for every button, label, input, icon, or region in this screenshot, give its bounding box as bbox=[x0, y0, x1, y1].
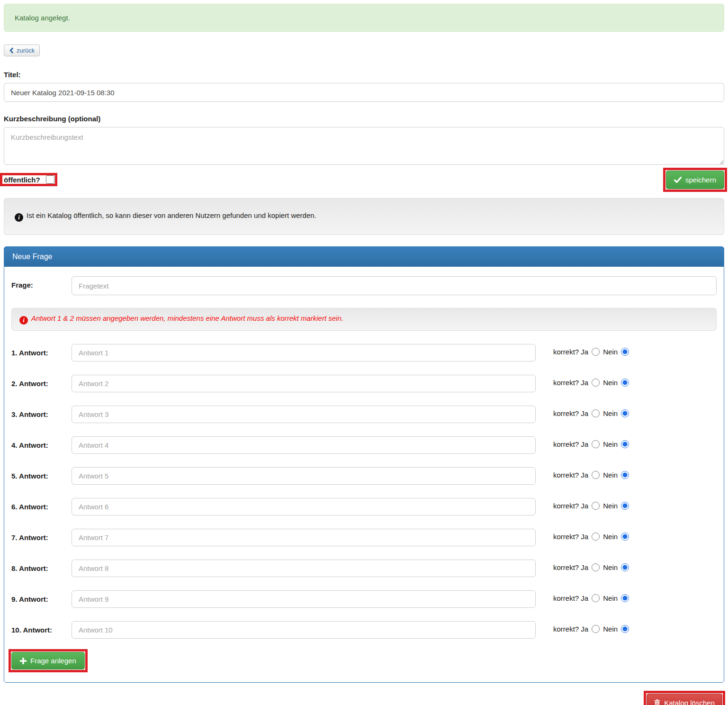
description-textarea[interactable] bbox=[4, 127, 724, 165]
answer-input-8[interactable] bbox=[72, 560, 536, 577]
info-circle-icon: i bbox=[15, 213, 23, 222]
save-button-label: speichern bbox=[685, 176, 716, 183]
answer-label: 6. Antwort: bbox=[11, 498, 72, 512]
answer-input-7[interactable] bbox=[72, 529, 536, 546]
public-checkbox[interactable] bbox=[46, 175, 54, 184]
correct-yes-radio-5[interactable] bbox=[592, 471, 600, 479]
correct-no-label: Nein bbox=[603, 440, 618, 448]
answer-row: 9. Antwort:korrekt? JaNein bbox=[11, 590, 717, 608]
correct-yes-label: korrekt? Ja bbox=[553, 502, 588, 510]
answer-label: 2. Antwort: bbox=[11, 375, 72, 389]
answer-input-5[interactable] bbox=[72, 467, 536, 485]
correct-no-radio-7[interactable] bbox=[621, 533, 629, 541]
chevron-left-icon bbox=[9, 47, 14, 54]
correct-yes-label: korrekt? Ja bbox=[553, 379, 588, 387]
answer-label: 1. Antwort: bbox=[11, 344, 72, 358]
warning-text: Antwort 1 & 2 müssen angegeben werden, m… bbox=[31, 314, 343, 322]
correct-no-radio-1[interactable] bbox=[621, 348, 629, 356]
correct-radio-group: korrekt? JaNein bbox=[553, 467, 629, 479]
correct-yes-label: korrekt? Ja bbox=[553, 471, 588, 479]
check-icon bbox=[674, 177, 682, 183]
correct-yes-label: korrekt? Ja bbox=[553, 533, 588, 541]
public-checkbox-group: öffentlich? bbox=[4, 175, 54, 184]
correct-yes-radio-7[interactable] bbox=[592, 533, 600, 541]
description-label: Kurzbeschreibung (optional) bbox=[4, 115, 724, 123]
correct-radio-group: korrekt? JaNein bbox=[553, 406, 629, 417]
correct-radio-group: korrekt? JaNein bbox=[553, 344, 629, 356]
correct-yes-radio-1[interactable] bbox=[592, 348, 600, 356]
success-alert: Katalog angelegt. bbox=[4, 4, 724, 32]
correct-no-label: Nein bbox=[603, 533, 618, 541]
correct-no-radio-6[interactable] bbox=[621, 502, 629, 510]
correct-no-radio-4[interactable] bbox=[621, 440, 629, 448]
correct-yes-radio-9[interactable] bbox=[592, 594, 600, 602]
correct-yes-radio-10[interactable] bbox=[592, 625, 600, 633]
delete-catalog-button[interactable]: Katalog löschen bbox=[647, 694, 722, 705]
answer-label: 9. Antwort: bbox=[11, 590, 72, 604]
correct-radio-group: korrekt? JaNein bbox=[553, 375, 629, 387]
add-question-button[interactable]: Frage anlegen bbox=[11, 652, 85, 669]
back-button[interactable]: zurück bbox=[4, 45, 40, 56]
answer-row: 2. Antwort:korrekt? JaNein bbox=[11, 375, 717, 392]
correct-no-radio-8[interactable] bbox=[621, 563, 629, 571]
add-question-label: Frage anlegen bbox=[30, 657, 76, 664]
correct-no-radio-10[interactable] bbox=[621, 625, 629, 633]
new-question-panel: Neue Frage Frage: iAntwort 1 & 2 müssen … bbox=[4, 246, 724, 683]
title-input[interactable] bbox=[4, 83, 724, 102]
correct-no-label: Nein bbox=[603, 379, 618, 387]
answer-row: 4. Antwort:korrekt? JaNein bbox=[11, 436, 717, 454]
correct-no-radio-2[interactable] bbox=[621, 379, 629, 387]
question-label: Frage: bbox=[11, 276, 72, 290]
trash-icon bbox=[654, 699, 660, 705]
correct-no-label: Nein bbox=[603, 594, 618, 602]
panel-header: Neue Frage bbox=[4, 247, 724, 267]
answer-row: 5. Antwort:korrekt? JaNein bbox=[11, 467, 717, 485]
answer-input-4[interactable] bbox=[72, 436, 536, 454]
correct-no-radio-9[interactable] bbox=[621, 594, 629, 602]
correct-no-radio-3[interactable] bbox=[621, 409, 629, 417]
correct-no-radio-5[interactable] bbox=[621, 471, 629, 479]
answer-input-6[interactable] bbox=[72, 498, 536, 515]
correct-yes-label: korrekt? Ja bbox=[553, 440, 588, 448]
correct-yes-label: korrekt? Ja bbox=[553, 625, 588, 633]
delete-catalog-label: Katalog löschen bbox=[664, 699, 715, 705]
correct-yes-radio-3[interactable] bbox=[592, 409, 600, 417]
info-text: Ist ein Katalog öffentlich, so kann dies… bbox=[27, 211, 316, 219]
correct-yes-label: korrekt? Ja bbox=[553, 594, 588, 602]
answer-input-10[interactable] bbox=[72, 621, 536, 639]
correct-yes-radio-6[interactable] bbox=[592, 502, 600, 510]
answer-input-3[interactable] bbox=[72, 406, 536, 423]
answer-label: 3. Antwort: bbox=[11, 406, 72, 419]
public-info-note: iIst ein Katalog öffentlich, so kann die… bbox=[4, 198, 724, 235]
correct-yes-label: korrekt? Ja bbox=[553, 563, 588, 571]
answer-input-9[interactable] bbox=[72, 590, 536, 608]
answer-label: 8. Antwort: bbox=[11, 560, 72, 573]
warning-icon: i bbox=[19, 316, 28, 325]
correct-radio-group: korrekt? JaNein bbox=[553, 590, 629, 602]
answer-row: 10. Antwort:korrekt? JaNein bbox=[11, 621, 717, 639]
plus-icon bbox=[20, 658, 27, 664]
answer-label: 7. Antwort: bbox=[11, 529, 72, 542]
correct-radio-group: korrekt? JaNein bbox=[553, 436, 629, 448]
answer-row: 3. Antwort:korrekt? JaNein bbox=[11, 406, 717, 423]
answer-input-1[interactable] bbox=[72, 344, 536, 362]
question-input[interactable] bbox=[72, 276, 717, 295]
answer-label: 10. Antwort: bbox=[11, 621, 72, 635]
correct-yes-radio-8[interactable] bbox=[592, 563, 600, 571]
correct-no-label: Nein bbox=[603, 348, 618, 356]
footer-bar: Katalog löschen bbox=[4, 694, 724, 705]
answer-input-2[interactable] bbox=[72, 375, 536, 392]
answer-row: 8. Antwort:korrekt? JaNein bbox=[11, 560, 717, 577]
correct-yes-label: korrekt? Ja bbox=[553, 409, 588, 417]
correct-no-label: Nein bbox=[603, 471, 618, 479]
correct-yes-radio-2[interactable] bbox=[592, 379, 600, 387]
correct-radio-group: korrekt? JaNein bbox=[553, 560, 629, 571]
save-button[interactable]: speichern bbox=[666, 171, 724, 189]
answers-warning: iAntwort 1 & 2 müssen angegeben werden, … bbox=[11, 308, 717, 331]
panel-body: Frage: iAntwort 1 & 2 müssen angegeben w… bbox=[4, 267, 724, 682]
back-button-label: zurück bbox=[17, 47, 35, 54]
correct-yes-radio-4[interactable] bbox=[592, 440, 600, 448]
answer-row: 6. Antwort:korrekt? JaNein bbox=[11, 498, 717, 515]
title-label: Titel: bbox=[4, 71, 724, 79]
question-row: Frage: bbox=[11, 276, 717, 295]
